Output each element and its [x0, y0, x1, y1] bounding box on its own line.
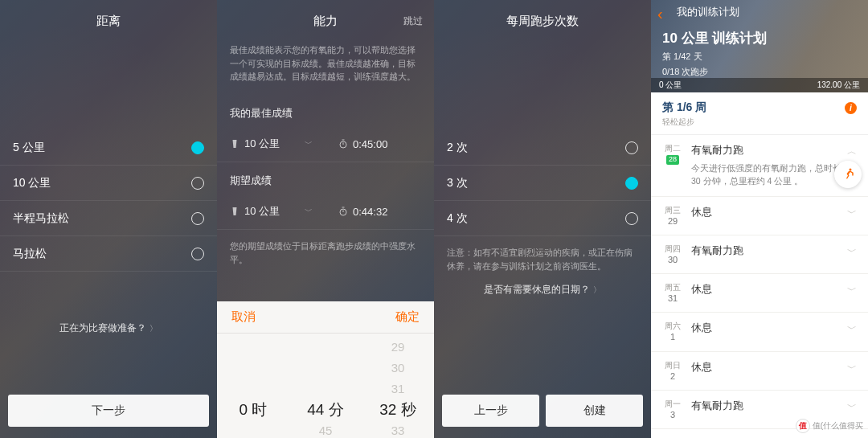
chevron-right-icon: 〉 [593, 285, 601, 294]
panel-frequency: 每周跑步次数 2 次 3 次 4 次 注意：如有不适宜剧烈运动的疾病，或正在伤病… [434, 0, 651, 438]
goal-label: 期望成绩 [217, 162, 434, 194]
watermark: 值 值(什么值得买 [796, 419, 863, 433]
next-button[interactable]: 下一步 [8, 395, 209, 427]
back-button[interactable]: 上一步 [442, 395, 539, 427]
chevron-icon: ﹀ [847, 400, 857, 414]
day-row[interactable]: 周六1休息﹀ [651, 313, 868, 351]
chevron-icon: ︿ [847, 145, 857, 158]
stopwatch-icon [338, 207, 348, 216]
option-2-times[interactable]: 2 次 [434, 130, 651, 166]
option-4-times[interactable]: 4 次 [434, 201, 651, 236]
chevron-icon: ﹀ [847, 207, 857, 220]
chevron-icon: ﹀ [847, 245, 857, 259]
picker-confirm[interactable]: 确定 [395, 309, 420, 325]
radio-icon [191, 177, 204, 190]
option-10km[interactable]: 10 公里 [0, 166, 217, 201]
chevron-down-icon: ﹀ [305, 138, 313, 149]
option-marathon[interactable]: 马拉松 [0, 236, 217, 272]
radio-icon [625, 141, 638, 154]
page-title: 距离 [0, 0, 217, 42]
back-caret-icon[interactable]: ‹ [657, 5, 663, 23]
panel-ability: 能力 跳过 最佳成绩能表示您的有氧能力，可以帮助您选择一个可实现的目标成绩。最佳… [217, 0, 434, 438]
page-title: 每周跑步次数 [434, 0, 651, 42]
best-label: 我的最佳成绩 [217, 95, 434, 127]
chevron-icon: ﹀ [847, 284, 857, 297]
progress-start: 0 公里 [659, 80, 682, 91]
option-half-marathon[interactable]: 半程马拉松 [0, 201, 217, 236]
day-row[interactable]: 周二28有氧耐力跑今天进行低强度的有氧耐力跑，总时长 30 分钟，总里程约 4 … [651, 135, 868, 197]
rest-days-link[interactable]: 是否有需要休息的日期？〉 [434, 283, 651, 297]
race-prep-link[interactable]: 正在为比赛做准备？〉 [0, 321, 217, 335]
radio-icon [191, 248, 204, 260]
page-title: 能力 跳过 [217, 0, 434, 42]
wheel-minutes[interactable]: 44 分 45 [289, 337, 362, 438]
health-warning: 注意：如有不适宜剧烈运动的疾病，或正在伤病休养，请在参与训练计划之前咨询医生。 [434, 236, 651, 283]
svg-point-2 [850, 169, 852, 171]
panel-distance: 距离 5 公里 10 公里 半程马拉松 马拉松 正在为比赛做准备？〉 下一步 [0, 0, 217, 438]
wheel-seconds[interactable]: 29 30 31 32 秒 33 34 35 [362, 337, 434, 438]
progress-end: 132.00 公里 [817, 80, 860, 91]
radio-selected-icon [191, 141, 204, 154]
day-row[interactable]: 周三29休息﹀ [651, 197, 868, 235]
goal-note: 您的期望成绩位于目标距离跑步成绩的中强度水平。 [217, 230, 434, 276]
day-row[interactable]: 周四30有氧耐力跑﹀ [651, 235, 868, 274]
run-fab[interactable] [834, 161, 862, 188]
plan-day-line: 第 1/42 天 [662, 51, 857, 63]
plan-scroll[interactable]: 第 1/6 周 轻松起步 i 周二28有氧耐力跑今天进行低强度的有氧耐力跑，总时… [651, 92, 868, 438]
radio-icon [625, 212, 638, 225]
goal-time-select[interactable]: 0:44:32 [326, 194, 434, 229]
stopwatch-icon [338, 139, 348, 149]
day-row[interactable]: 周日2休息﹀ [651, 352, 868, 391]
distance-icon [230, 207, 240, 216]
picker-cancel[interactable]: 取消 [231, 309, 256, 325]
plan-hero: ‹ 我的训练计划 10 公里 训练计划 第 1/42 天 0/18 次跑步 0 … [651, 0, 868, 92]
distance-icon [230, 139, 240, 149]
runner-icon [841, 167, 855, 182]
panel-plan: ‹ 我的训练计划 10 公里 训练计划 第 1/42 天 0/18 次跑步 0 … [651, 0, 868, 438]
best-time-select[interactable]: 0:45:00 [326, 127, 434, 162]
plan-title: 10 公里 训练计划 [662, 29, 857, 47]
chevron-down-icon: ﹀ [305, 206, 313, 217]
day-row[interactable]: 周五31休息﹀ [651, 274, 868, 313]
chevron-icon: ﹀ [847, 322, 857, 336]
radio-selected-icon [625, 177, 638, 190]
header-title: 我的训练计划 [677, 5, 857, 19]
skip-link[interactable]: 跳过 [403, 14, 423, 28]
chevron-right-icon: 〉 [149, 324, 158, 333]
best-distance-select[interactable]: 10 公里﹀ [217, 127, 326, 162]
time-picker-sheet: 取消 确定 0 时 44 分 45 29 30 31 32 秒 33 34 [217, 301, 434, 438]
option-5km[interactable]: 5 公里 [0, 130, 217, 166]
goal-distance-select[interactable]: 10 公里﹀ [217, 194, 326, 229]
watermark-logo-icon: 值 [796, 419, 810, 433]
wheel-hours[interactable]: 0 时 [217, 337, 289, 438]
radio-icon [191, 212, 204, 225]
option-3-times[interactable]: 3 次 [434, 166, 651, 201]
plan-run-line: 0/18 次跑步 [662, 66, 857, 78]
ability-description: 最佳成绩能表示您的有氧能力，可以帮助您选择一个可实现的目标成绩。最佳成绩越准确，… [217, 42, 434, 95]
week-1-header: 第 1/6 周 轻松起步 i [651, 92, 868, 135]
create-button[interactable]: 创建 [546, 395, 643, 427]
info-icon[interactable]: i [845, 102, 857, 114]
chevron-icon: ﹀ [847, 362, 857, 375]
